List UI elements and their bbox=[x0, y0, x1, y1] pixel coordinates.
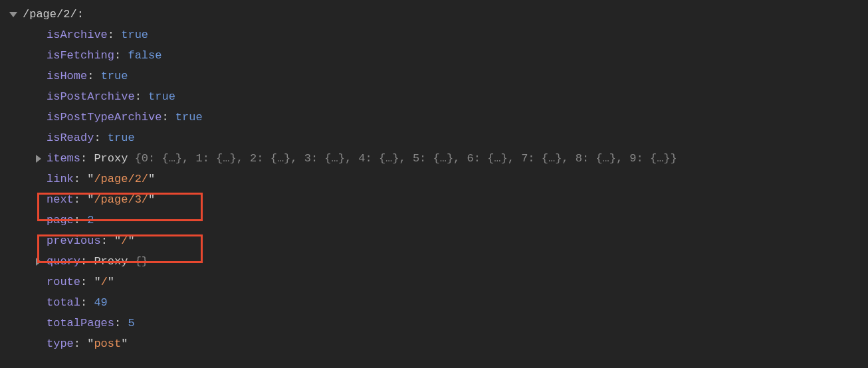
prop-previous[interactable]: previous: "/" bbox=[47, 230, 868, 251]
prop-isReady[interactable]: isReady: true bbox=[47, 128, 868, 148]
prop-isFetching[interactable]: isFetching: false bbox=[47, 45, 868, 66]
object-tree-root: /page/2/: isArchive: true isFetching: fa… bbox=[0, 0, 868, 354]
prop-items[interactable]: items: Proxy {0: {…}, 1: {…}, 2: {…}, 3:… bbox=[47, 148, 868, 169]
prop-page[interactable]: page: 2 bbox=[47, 210, 868, 230]
tree-children: isArchive: true isFetching: false isHome… bbox=[47, 25, 868, 354]
prop-next[interactable]: next: "/page/3/" bbox=[47, 189, 868, 210]
prop-total[interactable]: total: 49 bbox=[47, 292, 868, 313]
prop-query[interactable]: query: Proxy {} bbox=[47, 251, 868, 272]
root-path: /page/2/ bbox=[23, 8, 77, 21]
chevron-right-icon[interactable] bbox=[36, 155, 41, 163]
prop-link[interactable]: link: "/page/2/" bbox=[47, 169, 868, 189]
chevron-down-icon[interactable] bbox=[9, 12, 17, 17]
prop-isPostTypeArchive[interactable]: isPostTypeArchive: true bbox=[47, 107, 868, 128]
chevron-right-icon[interactable] bbox=[36, 258, 41, 266]
prop-type[interactable]: type: "post" bbox=[47, 333, 868, 354]
prop-totalPages[interactable]: totalPages: 5 bbox=[47, 313, 868, 333]
prop-route[interactable]: route: "/" bbox=[47, 272, 868, 292]
prop-isPostArchive[interactable]: isPostArchive: true bbox=[47, 86, 868, 107]
prop-isArchive[interactable]: isArchive: true bbox=[47, 25, 868, 45]
prop-isHome[interactable]: isHome: true bbox=[47, 66, 868, 86]
tree-node-root[interactable]: /page/2/: bbox=[23, 4, 868, 25]
